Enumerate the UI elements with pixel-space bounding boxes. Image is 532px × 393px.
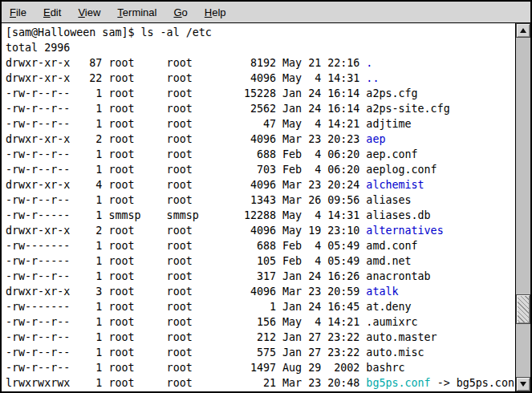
file-meta: drwxr-xr-x 87 root root 8192 May 21 22:1… [6, 57, 366, 69]
file-meta: -rw-r----- 1 root root 105 Feb 4 05:49 [6, 255, 366, 267]
terminal-line: -rw-r--r-- 1 root root 1497 Aug 29 2002 … [6, 360, 515, 375]
file-name: alchemist [366, 179, 424, 191]
terminal-line: -rw-r--r-- 1 root root 703 Feb 4 06:20 a… [6, 162, 515, 177]
file-name: .aumixrc [366, 316, 417, 328]
menu-item-file[interactable]: File [10, 6, 26, 18]
file-name: .. [366, 72, 379, 84]
file-meta: lrwxrwxrwx 1 root root 21 Mar 23 20:48 [6, 377, 366, 389]
scroll-up-button[interactable] [516, 23, 530, 38]
terminal-line: -rw------- 1 root root 1 Jan 24 16:45 at… [6, 299, 515, 314]
menu-bar: FileEditViewTerminalGoHelp [2, 2, 530, 23]
file-meta: drwxr-xr-x 4 root root 4096 Mar 23 20:24 [6, 179, 366, 191]
file-name: a2ps.cfg [366, 87, 417, 99]
scrollbar-track[interactable] [516, 38, 530, 377]
file-meta: -rw-r--r-- 1 root root 156 May 4 14:21 [6, 316, 366, 328]
terminal-line: -rw-r--r-- 1 root root 47 May 4 14:21 ad… [6, 116, 515, 132]
terminal-line: -rw-r--r-- 1 root root 156 May 4 14:21 .… [6, 314, 515, 330]
terminal-line: drwxr-xr-x 4 root root 4096 Mar 23 20:24… [6, 177, 515, 192]
file-meta: -rw------- 1 root root 688 Feb 4 05:49 [6, 240, 366, 252]
terminal-line: total 2996 [6, 40, 515, 55]
file-name: a2ps-site.cfg [366, 103, 449, 115]
file-name: aep [366, 133, 385, 145]
file-name: at.deny [366, 301, 411, 313]
terminal-line: -rw-r--r-- 1 root root 2562 Jan 24 16:14… [6, 101, 515, 116]
file-name: alternatives [366, 225, 443, 237]
prompt-line: [sam@Halloween sam]$ ls -al /etc [6, 26, 212, 38]
file-meta: -rw-r--r-- 1 root root 47 May 4 14:21 [6, 118, 366, 130]
terminal-line: lrwxrwxrwx 1 root root 21 Mar 23 20:48 b… [6, 375, 515, 391]
file-meta: drwxr-xr-x 22 root root 4096 May 4 14:31 [6, 72, 366, 84]
file-meta: -rw-r--r-- 1 root root 15228 Jan 24 16:1… [6, 87, 366, 99]
terminal-line: drwxr-xr-x 87 root root 8192 May 21 22:1… [6, 55, 515, 71]
file-name: amd.conf [366, 240, 417, 252]
terminal-line: -rw-r--r-- 1 root root 317 Jan 24 16:26 … [6, 269, 515, 284]
file-meta: -rw-r--r-- 1 root root 575 Jan 27 23:22 [6, 346, 366, 359]
terminal-line: -rw-r----- 1 root root 105 Feb 4 05:49 a… [6, 253, 515, 269]
terminal-line: -rw-r--r-- 1 root root 575 Jan 27 23:22 … [6, 345, 515, 360]
file-meta: drwxr-xr-x 2 root root 4096 May 19 23:10 [6, 225, 366, 237]
file-meta: drwxr-xr-x 3 root root 4096 Mar 23 20:59 [6, 286, 366, 298]
file-meta: -rw-r--r-- 1 root root 2562 Jan 24 16:14 [6, 103, 366, 115]
terminal-line: -rw-r--r-- 1 root root 688 Feb 4 06:20 a… [6, 147, 515, 162]
file-name: aliases [366, 194, 411, 206]
menu-item-view[interactable]: View [78, 6, 100, 18]
file-meta: -rw-r--r-- 1 root root 1497 Aug 29 2002 [6, 362, 366, 374]
file-meta: drwxr-xr-x 2 root root 4096 Mar 23 20:23 [6, 133, 366, 145]
file-name: bashrc [366, 362, 404, 374]
terminal-window: FileEditViewTerminalGoHelp [sam@Hallowee… [0, 0, 532, 393]
file-name: aep.conf [366, 148, 417, 160]
menu-item-edit[interactable]: Edit [43, 6, 61, 18]
terminal-line: -rw------- 1 root root 688 Feb 4 05:49 a… [6, 238, 515, 253]
terminal-line: [sam@Halloween sam]$ ls -al /etc [6, 25, 515, 40]
file-meta: -rw-r----- 1 smmsp smmsp 12288 May 4 14:… [6, 209, 366, 221]
file-name: auto.misc [366, 346, 424, 359]
terminal-output: [sam@Halloween sam]$ ls -al /etctotal 29… [2, 23, 515, 391]
link-target: -> bg5ps.conf [431, 377, 515, 389]
file-meta: -rw-r--r-- 1 root root 688 Feb 4 06:20 [6, 148, 366, 160]
scrollbar [515, 23, 530, 391]
menu-item-terminal[interactable]: Terminal [117, 6, 156, 18]
terminal-line: -rw-r----- 1 smmsp smmsp 12288 May 4 14:… [6, 208, 515, 223]
file-meta: -rw------- 1 root root 1 Jan 24 16:45 [6, 301, 366, 313]
arrow-down-icon [520, 382, 526, 387]
terminal-line: drwxr-xr-x 22 root root 4096 May 4 14:31… [6, 71, 515, 86]
file-meta: -rw-r--r-- 1 root root 1343 Mar 26 09:56 [6, 194, 366, 206]
file-name: bg5ps.conf [366, 377, 430, 389]
terminal-line: -rw-r--r-- 1 root root 1343 Mar 26 09:56… [6, 192, 515, 208]
file-name: amd.net [366, 255, 411, 267]
terminal-line: drwxr-xr-x 2 root root 4096 Mar 23 20:23… [6, 132, 515, 147]
scrollbar-thumb[interactable] [516, 294, 530, 324]
menu-item-help[interactable]: Help [205, 6, 226, 18]
file-name: aliases.db [366, 209, 430, 221]
terminal-line: drwxr-xr-x 2 root root 4096 May 19 23:10… [6, 223, 515, 238]
file-name: adjtime [366, 118, 411, 130]
file-meta: -rw-r--r-- 1 root root 703 Feb 4 06:20 [6, 164, 366, 176]
scroll-down-button[interactable] [516, 377, 530, 391]
terminal-line: -rw-r--r-- 1 root root 212 Jan 27 23:22 … [6, 330, 515, 345]
terminal-screen[interactable]: [sam@Halloween sam]$ ls -al /etctotal 29… [2, 23, 515, 391]
total-line: total 2996 [6, 42, 70, 54]
file-name: aeplog.conf [366, 164, 437, 176]
file-meta: -rw-r--r-- 1 root root 317 Jan 24 16:26 [6, 270, 366, 282]
file-name: . [366, 57, 372, 69]
file-name: atalk [366, 286, 398, 298]
arrow-up-icon [520, 28, 526, 33]
file-name: auto.master [366, 331, 437, 343]
window-content: [sam@Halloween sam]$ ls -al /etctotal 29… [2, 23, 530, 391]
menu-item-go[interactable]: Go [173, 6, 187, 18]
file-meta: -rw-r--r-- 1 root root 212 Jan 27 23:22 [6, 331, 366, 343]
terminal-line: -rw-r--r-- 1 root root 15228 Jan 24 16:1… [6, 86, 515, 101]
terminal-line: drwxr-xr-x 3 root root 4096 Mar 23 20:59… [6, 284, 515, 299]
file-name: anacrontab [366, 270, 430, 282]
